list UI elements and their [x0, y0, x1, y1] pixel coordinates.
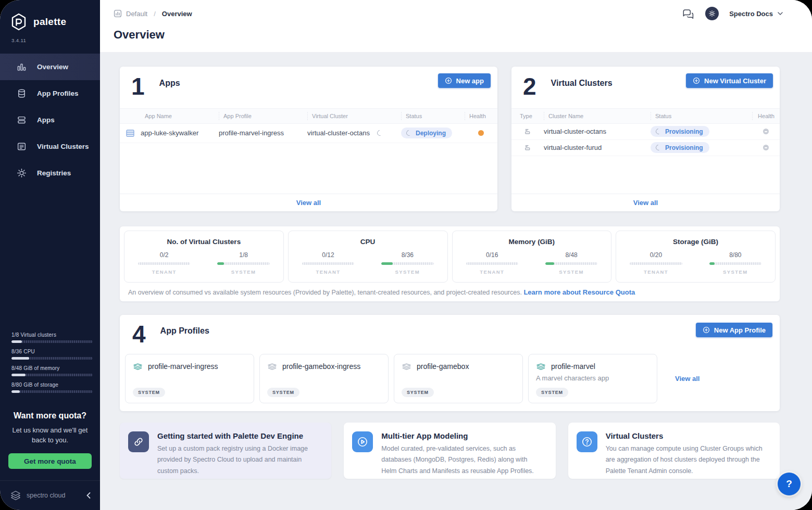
database-icon — [17, 88, 27, 98]
brand-logo: palette — [0, 0, 100, 31]
sidebar-item-registries[interactable]: Registries — [0, 160, 100, 186]
info-card-app-modeling[interactable]: Multi-tier App Modeling Model curated, p… — [344, 423, 555, 479]
clusters-view-all-link[interactable]: View all — [633, 199, 658, 207]
profiles-view-all-link[interactable]: View all — [675, 375, 699, 382]
usage-bar — [11, 357, 93, 360]
quota-card-virtual-clusters: No. of Virtual Clusters 0/2 TENANT 1/8 S… — [124, 231, 284, 283]
status-badge: Provisioning — [651, 126, 709, 137]
info-card-virtual-clusters[interactable]: Virtual Clusters You can manage compute … — [568, 423, 780, 479]
usage-label: 8/48 GiB of memory — [11, 365, 93, 371]
apps-table: App Name App Profile Virtual Cluster Sta… — [120, 108, 497, 143]
sidebar-item-label: Virtual Clusters — [37, 143, 89, 150]
profile-card[interactable]: profile-gamebox SYSTEM — [394, 354, 523, 403]
quota-card-storage: Storage (GiB) 0/20 TENANT 8/80 SYSTEM — [616, 231, 776, 283]
clusters-table-header: Type Cluster Name Status Health — [511, 108, 780, 124]
usage-label: 1/8 Virtual clusters — [11, 332, 93, 338]
collapse-sidebar-icon[interactable] — [86, 492, 91, 499]
feedback-chat-icon[interactable] — [682, 8, 695, 19]
sidebar-footer: spectro cloud — [0, 480, 100, 510]
gear-icon — [17, 168, 27, 178]
quota-card-memory: Memory (GiB) 0/16 TENANT 8/48 SYSTEM — [452, 231, 612, 283]
profile-name: profile-marvel-ingress — [148, 362, 218, 371]
system-badge: SYSTEM — [536, 388, 568, 397]
brand-name: palette — [33, 16, 66, 28]
resource-quota-panel: No. of Virtual Clusters 0/2 TENANT 1/8 S… — [120, 226, 780, 301]
spectro-docs-menu[interactable]: Spectro Docs — [729, 10, 783, 18]
get-more-quota-button[interactable]: Get more quota — [8, 453, 92, 469]
cluster-table-row[interactable]: virtual-cluster-octans Provisioning — [511, 124, 780, 140]
link-icon — [128, 431, 149, 452]
usage-bar — [11, 390, 93, 393]
sidebar-item-label: Overview — [37, 63, 68, 71]
help-button[interactable]: ? — [778, 473, 801, 495]
bar-chart-icon — [17, 62, 27, 72]
usage-virtual-clusters: 1/8 Virtual clusters — [11, 332, 93, 343]
sidebar-item-virtual-clusters[interactable]: Virtual Clusters — [0, 133, 100, 160]
col-app-name: App Name — [141, 112, 219, 120]
col-status: Status — [651, 112, 752, 120]
system-bar — [217, 262, 269, 265]
new-virtual-cluster-button[interactable]: New Virtual Cluster — [686, 73, 773, 88]
profile-stack-icon — [536, 363, 546, 370]
info-card-dev-engine[interactable]: Getting started with Palette Dev Engine … — [120, 423, 331, 479]
quota-cta-body: Let us know and we'll get back to you. — [8, 426, 92, 445]
apps-card-title: Apps — [159, 79, 180, 88]
top-right-actions: Spectro Docs — [682, 7, 783, 20]
col-health: Health — [465, 112, 497, 120]
quota-note: An overview of consumed vs available sys… — [128, 288, 771, 296]
tenant-label: TENANT — [124, 269, 204, 275]
cluster-list-icon — [17, 142, 27, 151]
system-bar — [545, 262, 597, 265]
info-card-title: Getting started with Palette Dev Engine — [157, 431, 320, 440]
profile-card[interactable]: profile-gamebox-ingress SYSTEM — [259, 354, 389, 403]
system-bar — [709, 262, 761, 265]
clusters-count: 2 — [523, 73, 536, 100]
usage-label: 8/36 CPU — [11, 349, 93, 354]
page-title: Overview — [114, 28, 783, 42]
breadcrumb-page: Overview — [162, 10, 192, 18]
new-app-profile-button[interactable]: New App Profile — [696, 323, 772, 337]
circle-plus-icon — [693, 77, 700, 84]
settings-gear-button[interactable] — [705, 7, 719, 20]
quota-cta-title: Want more quota? — [8, 411, 92, 420]
cluster-type-icon — [511, 144, 544, 151]
question-circle-icon — [577, 431, 597, 452]
system-label: SYSTEM — [532, 269, 611, 275]
palette-logo-icon — [9, 12, 28, 31]
sidebar-item-apps[interactable]: Apps — [0, 107, 100, 133]
info-card-title: Multi-tier App Modeling — [381, 431, 544, 440]
new-app-button[interactable]: New app — [438, 73, 491, 88]
col-type: Type — [511, 112, 544, 120]
cluster-table-row[interactable]: virtual-cluster-furud Provisioning — [511, 140, 780, 156]
app-profile: profile-marvel-ingress — [219, 129, 307, 137]
col-cluster-name: Cluster Name — [544, 112, 651, 120]
resource-quota-link[interactable]: Learn more about Resource Quota — [523, 288, 635, 296]
tenant-value: 0/2 — [124, 251, 204, 259]
app-table-icon — [120, 129, 141, 138]
sidebar-item-app-profiles[interactable]: App Profiles — [0, 80, 100, 107]
app-table-row[interactable]: app-luke-skywalker profile-marvel-ingres… — [120, 124, 497, 143]
quota-usage-summary: 1/8 Virtual clusters 8/36 CPU 8/48 GiB o… — [0, 332, 100, 399]
col-status: Status — [401, 112, 465, 120]
info-card-body: Set up a custom pack registry using a Do… — [157, 443, 320, 477]
sidebar-item-overview[interactable]: Overview — [0, 54, 100, 80]
clusters-table: Type Cluster Name Status Health virtual-… — [511, 108, 780, 156]
profile-name: profile-gamebox-ingress — [282, 362, 360, 371]
info-card-body: Model curated, pre-validated services, s… — [381, 443, 544, 477]
usage-bar — [11, 374, 93, 376]
tenant-value: 0/12 — [289, 251, 368, 259]
profile-card[interactable]: profile-marvel A marvel characters app S… — [528, 354, 657, 403]
profile-card[interactable]: profile-marvel-ingress SYSTEM — [125, 354, 254, 403]
spectro-docs-label: Spectro Docs — [729, 10, 773, 18]
apps-view-all-link[interactable]: View all — [296, 199, 321, 207]
cluster-name: virtual-cluster-furud — [544, 144, 651, 151]
system-label: SYSTEM — [204, 269, 283, 275]
breadcrumb-project[interactable]: Default — [114, 9, 147, 18]
chevron-down-icon — [778, 12, 783, 15]
tenant-value: 0/16 — [453, 251, 532, 259]
spectro-cloud-label: spectro cloud — [27, 492, 65, 499]
apps-count: 1 — [131, 73, 145, 100]
system-bar — [381, 262, 433, 265]
usage-cpu: 8/36 CPU — [11, 349, 93, 360]
tenant-bar — [630, 262, 682, 265]
